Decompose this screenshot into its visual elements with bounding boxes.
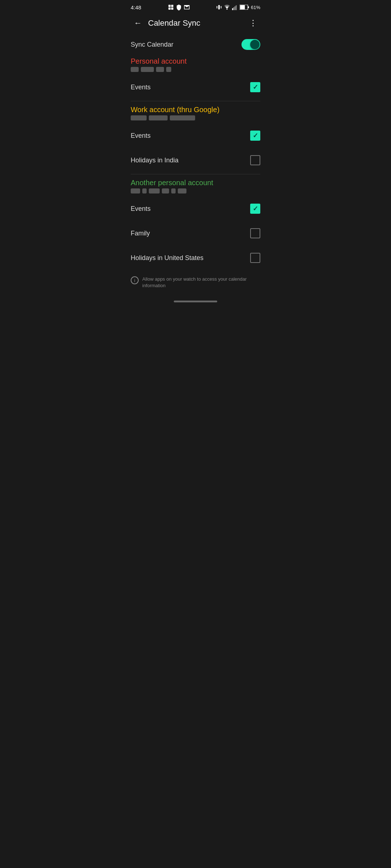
signal-icon	[232, 4, 238, 10]
work-email-redacted-2	[149, 115, 168, 120]
work-events-item: Events	[131, 123, 260, 148]
ap-events-checkbox[interactable]	[250, 204, 260, 214]
svg-rect-0	[168, 5, 171, 7]
ap-email-redacted-3	[149, 188, 160, 193]
battery-percent: 61%	[251, 5, 260, 10]
svg-rect-14	[240, 5, 245, 9]
teams-icon	[168, 4, 174, 10]
svg-rect-5	[216, 6, 217, 9]
svg-rect-6	[221, 6, 222, 9]
work-account-name: Work account (thru Google)	[131, 106, 260, 114]
status-icons: 61%	[216, 4, 260, 10]
footer-text: Allow apps on your watch to access your …	[142, 276, 260, 289]
svg-rect-1	[171, 5, 173, 7]
status-left-icons	[168, 4, 190, 10]
work-email-redacted-3	[170, 115, 195, 120]
svg-rect-4	[218, 5, 220, 9]
ap-email-redacted-2	[142, 188, 147, 193]
svg-rect-9	[233, 7, 234, 10]
work-account-section: Work account (thru Google)	[131, 103, 260, 123]
another-personal-account-name: Another personal account	[131, 179, 260, 187]
svg-rect-3	[171, 8, 173, 10]
sync-calendar-toggle[interactable]	[241, 39, 260, 50]
personal-account-name: Personal account	[131, 57, 260, 65]
work-holidays-india-checkbox[interactable]	[250, 155, 260, 165]
sync-calendar-label: Sync Calendar	[131, 41, 173, 48]
ap-holidays-us-label: Holidays in United States	[131, 254, 203, 262]
ap-holidays-us-item: Holidays in United States	[131, 246, 260, 270]
svg-rect-10	[235, 6, 236, 10]
personal-events-item: Events	[131, 75, 260, 99]
wifi-icon	[224, 5, 230, 10]
work-account-email	[131, 115, 260, 120]
divider-2	[131, 174, 260, 174]
gmail-icon	[184, 4, 190, 10]
work-events-label: Events	[131, 132, 151, 140]
work-events-checkbox[interactable]	[250, 131, 260, 141]
personal-events-label: Events	[131, 84, 151, 91]
back-arrow-icon: ←	[134, 18, 142, 28]
work-holidays-india-label: Holidays in India	[131, 157, 178, 164]
ap-family-item: Family	[131, 221, 260, 246]
home-bar	[174, 301, 217, 302]
ap-email-redacted-5	[171, 188, 176, 193]
email-redacted-4	[166, 67, 171, 72]
work-email-redacted-1	[131, 115, 147, 120]
ap-holidays-us-checkbox[interactable]	[250, 253, 260, 263]
svg-point-7	[226, 9, 227, 10]
svg-rect-13	[248, 6, 249, 8]
email-redacted-3	[156, 67, 164, 72]
email-redacted-1	[131, 67, 139, 72]
ap-family-label: Family	[131, 230, 150, 237]
email-redacted-2	[141, 67, 154, 72]
divider-1	[131, 101, 260, 101]
another-personal-account-email	[131, 188, 260, 193]
back-button[interactable]: ←	[131, 16, 145, 30]
ap-family-checkbox[interactable]	[250, 228, 260, 238]
page-title: Calendar Sync	[148, 18, 246, 28]
personal-account-email	[131, 67, 260, 72]
another-personal-account-section: Another personal account	[131, 176, 260, 196]
personal-events-checkbox[interactable]	[250, 82, 260, 92]
ap-email-redacted-6	[178, 188, 186, 193]
svg-rect-2	[168, 8, 171, 10]
vibrate-icon	[216, 4, 222, 10]
app-bar: ← Calendar Sync ⋮	[125, 13, 266, 33]
battery-icon	[240, 5, 249, 10]
ap-email-redacted-1	[131, 188, 140, 193]
footer: i Allow apps on your watch to access you…	[125, 270, 266, 298]
svg-rect-11	[236, 5, 237, 10]
shield-icon	[176, 4, 182, 10]
more-dots-icon: ⋮	[249, 18, 257, 28]
svg-rect-8	[232, 8, 233, 10]
ap-events-item: Events	[131, 196, 260, 221]
more-options-button[interactable]: ⋮	[246, 16, 260, 30]
home-indicator	[125, 298, 266, 307]
sync-calendar-row: Sync Calendar	[131, 33, 260, 54]
ap-email-redacted-4	[162, 188, 169, 193]
ap-events-label: Events	[131, 205, 151, 213]
personal-account-section: Personal account	[131, 54, 260, 75]
info-icon: i	[131, 276, 139, 284]
toggle-knob	[250, 40, 260, 49]
work-holidays-india-item: Holidays in India	[131, 148, 260, 173]
status-bar: 4:48	[125, 0, 266, 13]
status-time: 4:48	[131, 4, 141, 10]
content-area: Sync Calendar Personal account Events Wo…	[125, 33, 266, 270]
